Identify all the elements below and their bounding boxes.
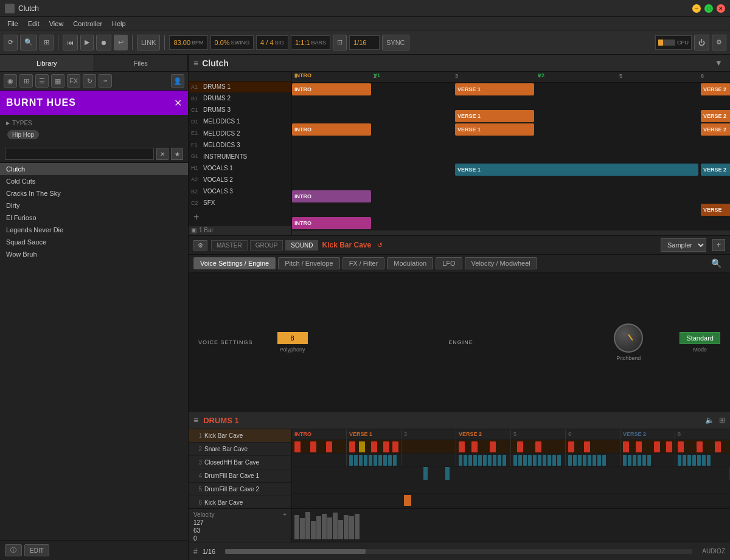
song-item-dirty[interactable]: Dirty	[0, 199, 188, 212]
hit[interactable]	[523, 508, 529, 509]
bpm-display[interactable]: 83.00 BPM	[169, 35, 207, 50]
bars-icon[interactable]: ▦	[51, 74, 64, 88]
search-star-button[interactable]: ★	[171, 148, 183, 160]
hit[interactable]	[388, 455, 392, 466]
clip-drums1-intro[interactable]: INTRO	[292, 83, 371, 95]
hit[interactable]	[326, 441, 332, 452]
bars-display[interactable]: 1:1:1 BARS	[291, 35, 330, 50]
hit[interactable]	[588, 455, 591, 466]
hit[interactable]	[490, 441, 496, 452]
hit[interactable]	[666, 441, 672, 452]
hit[interactable]	[392, 441, 398, 452]
grid-icon[interactable]: ⊞	[19, 74, 33, 88]
hit[interactable]	[602, 455, 606, 466]
hit[interactable]	[426, 508, 432, 509]
hit[interactable]	[597, 455, 601, 466]
search-clear-button[interactable]: ✕	[156, 148, 169, 160]
hit[interactable]	[374, 455, 377, 466]
hit[interactable]	[378, 455, 382, 466]
song-item-wow[interactable]: Wow Bruh	[0, 248, 188, 260]
vel-bar-7[interactable]	[327, 517, 332, 539]
hit[interactable]	[687, 455, 691, 466]
tab-modulation[interactable]: Modulation	[387, 257, 433, 269]
tab-files[interactable]: Files	[94, 55, 189, 71]
fx-icon[interactable]: FX	[67, 74, 80, 88]
track-header-b2[interactable]: B2 VOCALS 3	[189, 185, 291, 197]
hit[interactable]	[383, 441, 389, 452]
vel-bar-2[interactable]	[300, 518, 305, 539]
hit[interactable]	[715, 441, 721, 452]
hit[interactable]	[702, 455, 706, 466]
menu-controller[interactable]: Controller	[68, 17, 107, 30]
hit[interactable]	[493, 455, 496, 466]
drum-track-3[interactable]: 3 ClosedHH Bar Cave	[189, 456, 291, 469]
song-item-squad[interactable]: Squad Sauce	[0, 236, 188, 248]
clip-drums3-verse1[interactable]: VERSE 1	[455, 110, 534, 122]
clip-mel1-verse1[interactable]: VERSE 1	[455, 123, 534, 136]
hit[interactable]	[310, 441, 316, 452]
hit[interactable]	[478, 455, 482, 466]
search-voice-button[interactable]: 🔍	[707, 257, 725, 269]
hit[interactable]	[517, 441, 523, 452]
clip-drums1-verse1[interactable]: VERSE 1	[455, 83, 534, 95]
hit[interactable]	[371, 441, 377, 452]
vel-bar-6[interactable]	[322, 514, 327, 539]
clip-drums3-verse2[interactable]: VERSE 2	[701, 110, 730, 122]
hit[interactable]	[359, 441, 365, 452]
play-button[interactable]: ▶	[80, 35, 94, 50]
search-button[interactable]: 🔍	[20, 35, 37, 50]
tag-hip-hop[interactable]: Hip Hop	[7, 130, 39, 139]
hit[interactable]	[533, 455, 537, 466]
maximize-button[interactable]: □	[704, 4, 713, 13]
clip-mel1-verse2[interactable]: VERSE 2	[701, 123, 730, 136]
hit[interactable]	[557, 455, 561, 466]
hit[interactable]	[364, 455, 367, 466]
tab-library[interactable]: Library	[0, 55, 94, 71]
edit-button[interactable]: EDIT	[24, 544, 49, 556]
hit[interactable]	[636, 441, 642, 452]
hit[interactable]	[568, 441, 574, 452]
menu-edit[interactable]: Edit	[23, 17, 44, 30]
link-button[interactable]: LINK	[137, 35, 160, 50]
power-button[interactable]: ⏻	[694, 35, 709, 50]
clip-voc3-verse[interactable]: VERSE	[701, 204, 730, 216]
hit[interactable]	[566, 508, 572, 509]
hit[interactable]	[349, 441, 355, 452]
add-sampler-button[interactable]: +	[712, 239, 725, 251]
hit[interactable]	[471, 441, 478, 452]
home-button[interactable]: ⟳	[4, 35, 18, 50]
track-header-c1[interactable]: C1 DRUMS 3	[189, 105, 291, 116]
hit[interactable]	[568, 455, 572, 466]
hit[interactable]	[502, 455, 506, 466]
hit[interactable]	[692, 455, 696, 466]
clip-mel1-intro[interactable]: INTRO	[292, 123, 371, 136]
record-button[interactable]: ⏺	[96, 35, 111, 50]
hit[interactable]	[473, 455, 477, 466]
vel-bar-5[interactable]	[316, 516, 321, 539]
clip-sfx-intro[interactable]: INTRO	[292, 217, 371, 229]
hit[interactable]	[683, 455, 686, 466]
hit[interactable]	[383, 455, 387, 466]
hit[interactable]	[535, 441, 541, 452]
voice-settings-icon[interactable]: ⚙	[193, 240, 207, 251]
hit[interactable]	[513, 455, 517, 466]
menu-view[interactable]: View	[44, 17, 69, 30]
hit[interactable]	[638, 455, 641, 466]
loop-icon[interactable]: ↻	[83, 74, 96, 88]
hit[interactable]	[647, 455, 651, 466]
song-header-dropdown[interactable]: ▼	[712, 57, 725, 69]
sync-button[interactable]: SYNC	[382, 35, 409, 50]
sig-display[interactable]: 4 / 4 SIG	[256, 35, 288, 50]
mixer-button[interactable]: ⊞	[40, 35, 54, 50]
master-tab-group[interactable]: GROUP	[250, 240, 283, 251]
hit[interactable]	[414, 508, 420, 509]
polyphony-value[interactable]: 8	[277, 332, 308, 344]
menu-file[interactable]: File	[2, 17, 23, 30]
hit[interactable]	[584, 441, 590, 452]
tab-velocity[interactable]: Velocity / Modwheel	[465, 257, 537, 269]
hit[interactable]	[488, 455, 492, 466]
vel-bar-3[interactable]	[305, 512, 310, 539]
clip-drums1-verse2[interactable]: VERSE 2	[701, 83, 730, 95]
bottom-scrollbar[interactable]	[225, 549, 692, 554]
drum-track-5[interactable]: 5 DrumFill Bar Cave 2	[189, 483, 291, 496]
